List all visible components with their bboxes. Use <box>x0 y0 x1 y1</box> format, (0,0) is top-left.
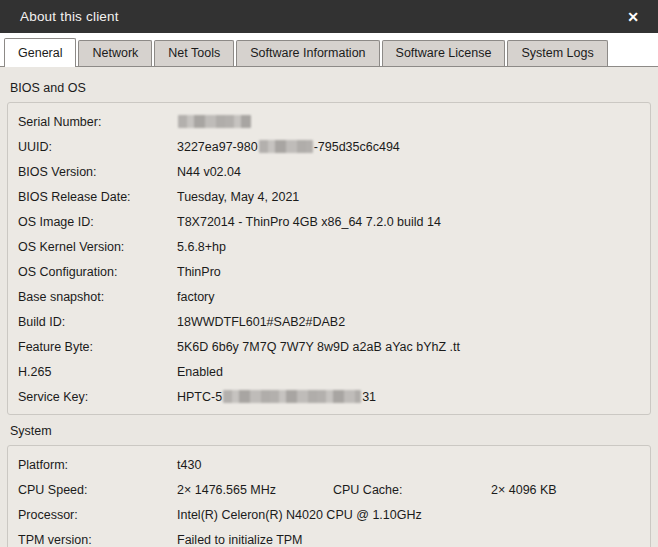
field-row: Feature Byte:5K6D 6b6y 7M7Q 7W7Y 8w9D a2… <box>8 334 650 359</box>
field-row: UUID:3227ea97-980-795d35c6c494 <box>8 134 650 159</box>
field-value: t430 <box>177 458 650 472</box>
redacted-value <box>223 390 361 403</box>
field-value: 5K6D 6b6y 7M7Q 7W7Y 8w9D a2aB aYac bYhZ … <box>177 340 650 354</box>
field-row: BIOS Release Date:Tuesday, May 4, 2021 <box>8 184 650 209</box>
section-bios-and-os: BIOS and OSSerial Number:UUID:3227ea97-9… <box>7 67 651 415</box>
field-value: ThinPro <box>177 265 650 279</box>
about-client-dialog: About this client ✕ GeneralNetworkNet To… <box>0 0 658 547</box>
group-box: Serial Number:UUID:3227ea97-980-795d35c6… <box>7 102 651 415</box>
field-row: BIOS Version:N44 v02.04 <box>8 159 650 184</box>
field-row: H.265Enabled <box>8 359 650 384</box>
field-value: factory <box>177 290 650 304</box>
field-row: Serial Number: <box>8 109 650 134</box>
tab-software-license[interactable]: Software License <box>382 40 506 66</box>
field-label: Service Key: <box>18 390 177 404</box>
section-title: BIOS and OS <box>7 67 651 102</box>
field-label: Feature Byte: <box>18 340 177 354</box>
tab-net-tools[interactable]: Net Tools <box>154 40 234 66</box>
tab-bar: GeneralNetworkNet ToolsSoftware Informat… <box>0 33 658 67</box>
window-title: About this client <box>20 9 119 24</box>
field-label: Build ID: <box>18 315 177 329</box>
field-label: UUID: <box>18 140 177 154</box>
field-label: OS Configuration: <box>18 265 177 279</box>
tab-network[interactable]: Network <box>78 40 152 66</box>
field-value: 5.6.8+hp <box>177 240 650 254</box>
redacted-value <box>259 140 313 153</box>
field-row: OS Configuration:ThinPro <box>8 259 650 284</box>
group-box: Platform:t430CPU Speed:2× 1476.565 MHzCP… <box>7 445 651 547</box>
field-row: Processor:Intel(R) Celeron(R) N4020 CPU … <box>8 502 650 527</box>
tab-system-logs[interactable]: System Logs <box>507 40 607 66</box>
field-label: TPM version: <box>18 533 177 547</box>
field-label: Processor: <box>18 508 177 522</box>
field-label: BIOS Version: <box>18 165 177 179</box>
field-value: Enabled <box>177 365 650 379</box>
field-label: Serial Number: <box>18 115 177 129</box>
field-row: CPU Speed:2× 1476.565 MHzCPU Cache:2× 40… <box>8 477 650 502</box>
field-label: Platform: <box>18 458 177 472</box>
section-system: SystemPlatform:t430CPU Speed:2× 1476.565… <box>7 415 651 547</box>
field-value <box>177 115 650 129</box>
field-value: 18WWDTFL601#SAB2#DAB2 <box>177 315 650 329</box>
tab-general[interactable]: General <box>4 38 76 67</box>
field-label: Base snapshot: <box>18 290 177 304</box>
field-row: Base snapshot:factory <box>8 284 650 309</box>
field-value: Failed to initialize TPM <box>177 533 650 547</box>
section-title: System <box>7 415 651 445</box>
field-value: 2× 4096 KB <box>491 483 650 497</box>
field-label: OS Image ID: <box>18 215 177 229</box>
field-label: CPU Cache: <box>333 483 491 497</box>
titlebar: About this client ✕ <box>0 0 658 33</box>
redacted-value <box>178 115 251 128</box>
field-row: Build ID:18WWDTFL601#SAB2#DAB2 <box>8 309 650 334</box>
field-value: Tuesday, May 4, 2021 <box>177 190 650 204</box>
field-value: Intel(R) Celeron(R) N4020 CPU @ 1.10GHz <box>177 508 650 522</box>
field-label: H.265 <box>18 365 177 379</box>
tab-software-information[interactable]: Software Information <box>236 40 379 66</box>
field-row: Service Key:HPTC-531 <box>8 384 650 409</box>
field-label: BIOS Release Date: <box>18 190 177 204</box>
field-row: OS Kernel Version:5.6.8+hp <box>8 234 650 259</box>
field-value: T8X72014 - ThinPro 4GB x86_64 7.2.0 buil… <box>177 215 650 229</box>
field-value: HPTC-531 <box>177 390 650 404</box>
field-row: OS Image ID:T8X72014 - ThinPro 4GB x86_6… <box>8 209 650 234</box>
field-label: OS Kernel Version: <box>18 240 177 254</box>
field-row: TPM version:Failed to initialize TPM <box>8 527 650 547</box>
close-icon[interactable]: ✕ <box>627 10 639 24</box>
field-label: CPU Speed: <box>18 483 177 497</box>
general-tab-content: BIOS and OSSerial Number:UUID:3227ea97-9… <box>0 67 658 547</box>
field-value: 3227ea97-980-795d35c6c494 <box>177 140 650 154</box>
field-row: Platform:t430 <box>8 452 650 477</box>
field-value: 2× 1476.565 MHz <box>177 483 333 497</box>
field-value: N44 v02.04 <box>177 165 650 179</box>
